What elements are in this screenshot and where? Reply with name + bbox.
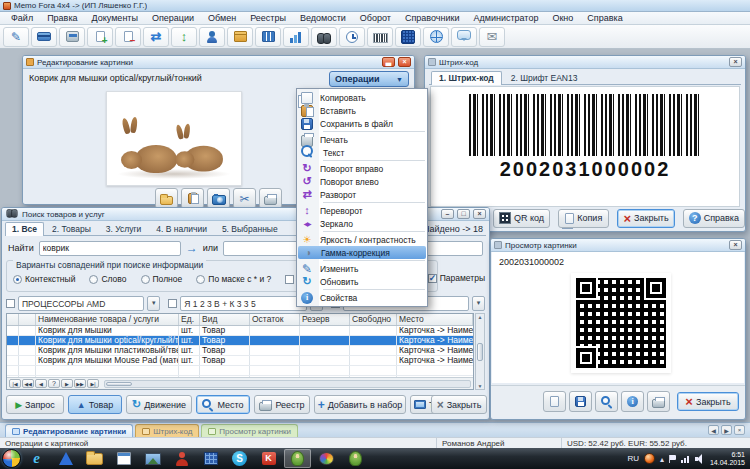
radio-full[interactable]: Полное: [141, 274, 183, 284]
photo-cut-button[interactable]: [233, 188, 256, 209]
table-row[interactable]: Коврик для мышки пластиковый/тверд шт. Т…: [7, 346, 473, 356]
barcode-close-action-button[interactable]: Закрыть: [617, 209, 674, 228]
tabs-close-button[interactable]: ×: [734, 425, 745, 435]
tray-language[interactable]: RU: [627, 454, 639, 463]
menu-item-text[interactable]: Текст: [297, 146, 427, 159]
menu-item-save-to-file[interactable]: Сохранить в файл: [297, 117, 427, 130]
product-button[interactable]: Товар: [68, 395, 122, 414]
photo-print-button[interactable]: [259, 188, 282, 209]
doc-tab-barcode[interactable]: Штрих-код: [135, 424, 199, 437]
nav-first-button[interactable]: [9, 379, 21, 388]
photo-paste-button[interactable]: [181, 188, 204, 209]
nav-prior-button[interactable]: [35, 379, 47, 388]
tb-reports-button[interactable]: [283, 27, 309, 47]
viewer-zoom-button[interactable]: [595, 391, 618, 412]
radio-mask[interactable]: По маске с * и ?: [196, 274, 271, 284]
menu-documents[interactable]: Документы: [85, 12, 145, 25]
radio-word[interactable]: Слово: [89, 274, 126, 284]
taskbar-red-app[interactable]: [255, 449, 282, 468]
search-arrow-icon[interactable]: [186, 242, 198, 254]
editor-close-button[interactable]: ×: [398, 57, 411, 67]
menu-window[interactable]: Окно: [545, 12, 580, 25]
tb-messages-button[interactable]: [451, 27, 477, 47]
menu-item-gamma-correction[interactable]: Гамма-коррекция: [298, 246, 426, 259]
menu-administrator[interactable]: Администратор: [466, 12, 545, 25]
add-to-set-button[interactable]: Добавить в набор: [314, 395, 406, 414]
tb-qr-button[interactable]: [395, 27, 421, 47]
tb-client-button[interactable]: [199, 27, 225, 47]
col-place[interactable]: Место: [397, 314, 473, 325]
horizontal-scrollbar[interactable]: [104, 380, 471, 388]
tb-registry-button[interactable]: [255, 27, 281, 47]
main-titlebar[interactable]: Memo Fora 4x4 -> (ИП Ляшенко Г.Г.): [0, 0, 750, 12]
taskbar-memo-fora[interactable]: [284, 449, 311, 468]
viewer-print-button[interactable]: [647, 391, 670, 412]
tab-selected[interactable]: 5. Выбранные: [215, 222, 285, 236]
editor-titlebar[interactable]: Редактирование картинки ▃ ×: [23, 56, 414, 69]
photo-camera-button[interactable]: [207, 188, 230, 209]
taskbar-folder[interactable]: [81, 449, 108, 468]
search-close-button[interactable]: ×: [473, 209, 486, 219]
photo-open-button[interactable]: [155, 188, 178, 209]
tab-goods[interactable]: 2. Товары: [45, 222, 98, 236]
menu-file[interactable]: Файл: [4, 12, 40, 25]
viewer-info-button[interactable]: [621, 391, 644, 412]
tb-history-button[interactable]: [339, 27, 365, 47]
tray-show-hidden-button[interactable]: [660, 454, 664, 464]
menu-item-change[interactable]: Изменить: [297, 262, 427, 275]
menu-item-copy[interactable]: Копировать: [297, 91, 427, 104]
tb-card-button[interactable]: [31, 27, 57, 47]
barcode-close-button[interactable]: ×: [729, 57, 742, 67]
find-input[interactable]: [39, 241, 181, 256]
tb-exchange-button[interactable]: [143, 27, 169, 47]
taskbar-ie[interactable]: [23, 449, 50, 468]
tab-barcode[interactable]: 1. Штрих-код: [431, 71, 502, 85]
dropdown-button[interactable]: [147, 296, 160, 311]
col-name[interactable]: Наименование товара / услуги: [36, 314, 179, 325]
menu-item-brightness-contrast[interactable]: Яркость / контрастность: [297, 233, 427, 246]
tb-stock-button[interactable]: [171, 27, 197, 47]
search-maximize-button[interactable]: □: [457, 209, 470, 219]
tb-add-document-button[interactable]: [87, 27, 113, 47]
start-button[interactable]: [2, 449, 21, 468]
nav-last-button[interactable]: [87, 379, 99, 388]
col-unit[interactable]: Ед.: [179, 314, 200, 325]
tb-internet-button[interactable]: [423, 27, 449, 47]
tb-remove-document-button[interactable]: [115, 27, 141, 47]
scrollbar-thumb[interactable]: [106, 382, 132, 386]
taskbar-skype[interactable]: [226, 449, 253, 468]
taskbar-app-cone[interactable]: [52, 449, 79, 468]
viewer-titlebar[interactable]: Просмотр картинки ×: [491, 239, 745, 252]
radio-contextual[interactable]: Контекстный: [13, 274, 75, 284]
menu-edit[interactable]: Правка: [40, 12, 84, 25]
menu-exchange[interactable]: Обмен: [201, 12, 243, 25]
menu-statements[interactable]: Ведомости: [293, 12, 353, 25]
tb-cash-register-button[interactable]: [59, 27, 85, 47]
tab-services[interactable]: 3. Услуги: [99, 222, 149, 236]
menu-help[interactable]: Справка: [580, 12, 629, 25]
barcode-titlebar[interactable]: Штрих-код ×: [425, 56, 745, 69]
viewer-copy-button[interactable]: [543, 391, 566, 412]
tb-barcode-button[interactable]: [367, 27, 393, 47]
tb-goods-button[interactable]: [227, 27, 253, 47]
menu-directories[interactable]: Справочники: [398, 12, 467, 25]
tray-flag-icon[interactable]: [669, 455, 676, 463]
menu-registers[interactable]: Реестры: [243, 12, 293, 25]
taskbar-contacts-app[interactable]: [168, 449, 195, 468]
editor-minimize-button[interactable]: ▃: [382, 57, 395, 67]
table-row-selected[interactable]: Коврик для мышки optical/круглый/тонк шт…: [7, 336, 473, 346]
tb-search-button[interactable]: [311, 27, 337, 47]
checkbox-parameters[interactable]: Параметры: [428, 273, 485, 283]
nav-next-page-button[interactable]: [74, 379, 86, 388]
tabs-scroll-left-button[interactable]: ◀: [708, 425, 719, 435]
col-stock[interactable]: Остаток: [250, 314, 300, 325]
filter-combo-processors[interactable]: ПРОЦЕССОРЫ AMD: [6, 295, 160, 311]
nav-next-button[interactable]: [61, 379, 73, 388]
nav-search-button[interactable]: [48, 379, 60, 388]
doc-tab-viewer[interactable]: Просмотр картинки: [201, 424, 298, 437]
table-row[interactable]: Коврик для мышки шт. Товар Карточка -> Н…: [7, 326, 473, 336]
menu-item-flip[interactable]: Переворот: [297, 204, 427, 217]
help-button[interactable]: Справка: [683, 209, 745, 228]
menu-operations[interactable]: Операции: [145, 12, 201, 25]
tab-all[interactable]: 1. Все: [5, 222, 44, 236]
